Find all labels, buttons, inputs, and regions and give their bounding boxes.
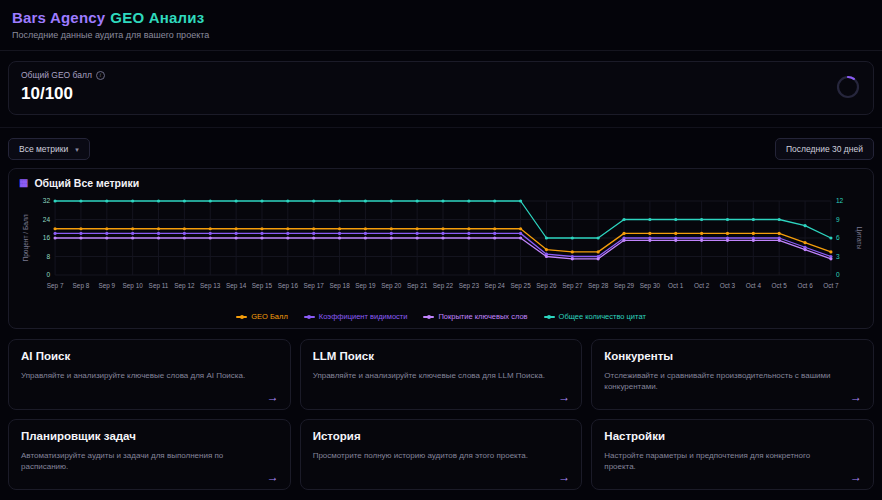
geo-score-label-row: Общий GEO балл i [21, 70, 861, 80]
card-description: Отслеживайте и сравнивайте производитель… [604, 370, 840, 392]
svg-text:Sep 10: Sep 10 [123, 282, 144, 290]
svg-text:Sep 20: Sep 20 [381, 282, 402, 290]
card-title: История [313, 430, 570, 442]
svg-text:Oct 2: Oct 2 [694, 282, 710, 289]
grid-icon: ▦ [19, 178, 28, 188]
card-description: Автоматизируйте аудиты и задачи для выпо… [21, 450, 257, 472]
legend-item[interactable]: Коэффициент видимости [304, 312, 408, 321]
metrics-filter-dropdown[interactable]: Все метрики ▾ [8, 138, 90, 160]
legend-swatch-icon [544, 316, 555, 318]
svg-text:Sep 17: Sep 17 [304, 282, 325, 290]
chart-controls: Все метрики ▾ Последние 30 дней [8, 138, 874, 160]
card-history[interactable]: История Просмотрите полную историю аудит… [300, 419, 583, 490]
svg-text:0: 0 [836, 271, 840, 278]
svg-text:Цитаты: Цитаты [855, 227, 863, 250]
legend-swatch-icon [423, 316, 434, 318]
arrow-right-icon: → [267, 390, 279, 404]
legend-label: Покрытие ключевых слов [438, 312, 527, 321]
svg-text:Oct 3: Oct 3 [720, 282, 736, 289]
svg-text:Sep 29: Sep 29 [614, 282, 635, 290]
page-title: Bars AgencyGEO Анализ [12, 9, 870, 26]
svg-text:Sep 15: Sep 15 [252, 282, 273, 290]
product-name: GEO Анализ [110, 9, 204, 26]
svg-text:Процент / Балл: Процент / Балл [22, 214, 30, 261]
legend-item[interactable]: GEO Балл [236, 312, 288, 321]
svg-text:12: 12 [836, 197, 844, 204]
arrow-right-icon: → [850, 390, 862, 404]
card-competitors[interactable]: Конкуренты Отслеживайте и сравнивайте пр… [591, 339, 874, 410]
legend-label: Общее количество цитат [559, 312, 646, 321]
card-title: LLM Поиск [313, 350, 570, 362]
svg-text:Sep 22: Sep 22 [433, 282, 454, 290]
geo-score-label: Общий GEO балл [21, 70, 92, 80]
svg-text:Sep 8: Sep 8 [73, 282, 90, 290]
svg-text:Sep 16: Sep 16 [278, 282, 299, 290]
card-title: AI Поиск [21, 350, 278, 362]
card-description: Управляйте и анализируйте ключевые слова… [313, 370, 549, 381]
svg-text:Sep 21: Sep 21 [407, 282, 428, 290]
chart-legend: GEO БаллКоэффициент видимостиПокрытие кл… [19, 312, 863, 321]
svg-text:6: 6 [836, 234, 840, 241]
svg-text:Sep 19: Sep 19 [355, 282, 376, 290]
svg-text:8: 8 [46, 253, 50, 260]
page-header: Bars AgencyGEO Анализ Последние данные а… [0, 0, 882, 51]
svg-text:0: 0 [46, 271, 50, 278]
arrow-right-icon: → [558, 390, 570, 404]
period-filter-label: Последние 30 дней [786, 144, 863, 154]
svg-text:24: 24 [43, 216, 51, 223]
svg-text:Sep 24: Sep 24 [485, 282, 506, 290]
legend-label: Коэффициент видимости [319, 312, 408, 321]
period-filter-button[interactable]: Последние 30 дней [775, 138, 874, 160]
feature-cards-grid: AI Поиск Управляйте и анализируйте ключе… [8, 339, 874, 490]
svg-text:Sep 13: Sep 13 [200, 282, 221, 290]
legend-item[interactable]: Покрытие ключевых слов [423, 312, 527, 321]
arrow-right-icon: → [558, 470, 570, 484]
dashboard-page: Bars AgencyGEO Анализ Последние данные а… [0, 0, 882, 500]
metrics-chart: 08162432036912Sep 7Sep 8Sep 9Sep 10Sep 1… [19, 193, 863, 311]
brand-name: Bars Agency [12, 9, 105, 26]
legend-item[interactable]: Общее количество цитат [544, 312, 646, 321]
card-task-scheduler[interactable]: Планировщик задач Автоматизируйте аудиты… [8, 419, 291, 490]
card-description: Настройте параметры и предпочтения для к… [604, 450, 840, 472]
svg-text:Sep 7: Sep 7 [47, 282, 64, 290]
svg-text:Sep 11: Sep 11 [149, 282, 169, 290]
svg-text:Sep 27: Sep 27 [562, 282, 583, 290]
svg-text:3: 3 [836, 253, 840, 260]
svg-text:Sep 30: Sep 30 [640, 282, 661, 290]
svg-text:Sep 12: Sep 12 [174, 282, 195, 290]
geo-score-card: Общий GEO балл i 10/100 [8, 61, 874, 115]
svg-text:16: 16 [43, 234, 51, 241]
legend-label: GEO Балл [251, 312, 288, 321]
legend-swatch-icon [236, 316, 247, 318]
section-divider [0, 127, 882, 128]
legend-swatch-icon [304, 316, 315, 318]
svg-text:Oct 7: Oct 7 [823, 282, 839, 289]
card-title: Настройки [604, 430, 861, 442]
svg-text:Oct 4: Oct 4 [746, 282, 762, 289]
info-icon[interactable]: i [96, 71, 105, 80]
svg-text:Sep 9: Sep 9 [98, 282, 115, 290]
card-settings[interactable]: Настройки Настройте параметры и предпочт… [591, 419, 874, 490]
svg-text:Sep 26: Sep 26 [536, 282, 557, 290]
svg-text:Oct 5: Oct 5 [772, 282, 788, 289]
svg-text:Sep 23: Sep 23 [459, 282, 480, 290]
svg-text:Oct 6: Oct 6 [797, 282, 813, 289]
svg-text:9: 9 [836, 216, 840, 223]
svg-text:Sep 18: Sep 18 [329, 282, 350, 290]
card-ai-search[interactable]: AI Поиск Управляйте и анализируйте ключе… [8, 339, 291, 410]
card-title: Конкуренты [604, 350, 861, 362]
chevron-down-icon: ▾ [75, 146, 79, 153]
geo-score-value: 10/100 [21, 84, 861, 104]
arrow-right-icon: → [267, 470, 279, 484]
svg-text:Sep 25: Sep 25 [510, 282, 531, 290]
svg-text:32: 32 [43, 197, 51, 204]
chart-header: ▦ Общий Все метрики [19, 177, 863, 189]
card-title: Планировщик задач [21, 430, 278, 442]
metrics-chart-card: ▦ Общий Все метрики 08162432036912Sep 7S… [8, 168, 874, 329]
page-subtitle: Последние данные аудита для вашего проек… [12, 30, 870, 40]
svg-text:Sep 14: Sep 14 [226, 282, 247, 290]
score-progress-ring-icon[interactable] [835, 74, 861, 100]
card-llm-search[interactable]: LLM Поиск Управляйте и анализируйте ключ… [300, 339, 583, 410]
svg-text:Sep 28: Sep 28 [588, 282, 609, 290]
arrow-right-icon: → [850, 470, 862, 484]
